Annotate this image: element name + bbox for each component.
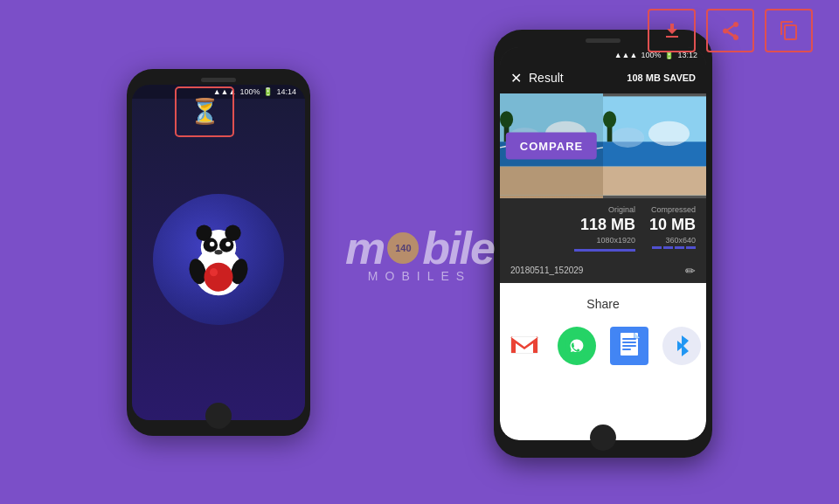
right-signal: ▲▲▲ (614, 51, 638, 59)
svg-rect-35 (622, 349, 631, 350)
compressed-stats: Compressed 10 MB 360x640 (649, 205, 696, 252)
phone-speaker (201, 78, 236, 82)
filename-row: 20180511_152029 ✏ (500, 259, 706, 283)
stats-spacer (510, 205, 574, 252)
left-phone: ▲▲▲ 100% 🔋 14:14 (127, 69, 310, 436)
original-size: 118 MB (580, 216, 635, 234)
download-icon (662, 20, 683, 41)
bar-seg-3 (675, 246, 684, 249)
original-label: Original (608, 205, 635, 214)
close-button[interactable]: ✕ (510, 70, 522, 86)
result-label: Result (529, 71, 564, 85)
original-stats: Original 118 MB 1080x1920 (574, 205, 635, 252)
original-dim: 1080x1920 (596, 236, 635, 245)
watermark-sub: Mobiles (368, 269, 471, 283)
watermark-m: m (345, 222, 384, 274)
saved-label: 108 MB SAVED (627, 72, 696, 83)
svg-point-7 (225, 241, 231, 246)
beach-scene-compressed (603, 93, 706, 198)
bar-seg-4 (686, 246, 696, 249)
compressed-size: 10 MB (649, 216, 696, 234)
filename-text: 20180511_152029 (510, 266, 583, 275)
hourglass-icon: ⏳ (190, 97, 220, 126)
whatsapp-button[interactable] (558, 327, 596, 365)
result-header-left: ✕ Result (510, 70, 564, 86)
image-compare-area: COMPARE (500, 93, 706, 198)
share-icons-row (505, 325, 701, 367)
share-button[interactable] (706, 9, 754, 52)
original-bar (574, 249, 635, 252)
right-phone: ▲▲▲ 100% 🔋 13:12 ✕ Result 108 MB SAVED (494, 30, 712, 458)
bluetooth-button[interactable] (662, 327, 701, 365)
panda-image (170, 211, 267, 307)
svg-point-6 (210, 241, 215, 246)
watermark-rest: bile (422, 222, 494, 274)
compressed-bar (652, 246, 696, 249)
watermark-badge: 140 (387, 232, 419, 264)
bar-seg-2 (663, 246, 673, 249)
gdocs-button[interactable] (610, 327, 648, 365)
gmail-icon (505, 325, 544, 363)
panda-screen (132, 99, 305, 420)
svg-rect-34 (622, 345, 636, 347)
gmail-button[interactable] (505, 325, 544, 367)
svg-rect-22 (603, 166, 706, 195)
panda-circle (153, 194, 284, 325)
right-screen: ▲▲▲ 100% 🔋 13:12 ✕ Result 108 MB SAVED (500, 47, 706, 440)
gdocs-icon (617, 331, 641, 361)
svg-point-12 (210, 268, 218, 276)
svg-point-26 (603, 111, 616, 128)
right-phone-home[interactable] (590, 425, 616, 451)
compressed-dim: 360x640 (665, 236, 696, 245)
stats-gap (635, 205, 649, 252)
bar-seg-1 (652, 246, 662, 249)
right-phone-speaker (586, 38, 621, 43)
whatsapp-icon (565, 334, 589, 358)
compare-button[interactable]: COMPARE (506, 132, 597, 159)
svg-point-11 (205, 262, 233, 291)
result-header: ✕ Result 108 MB SAVED (500, 63, 706, 93)
share-title: Share (586, 297, 619, 311)
svg-point-24 (648, 121, 690, 145)
edit-button[interactable]: ✏ (685, 264, 696, 278)
share-panel: Share (500, 283, 706, 440)
hourglass-button[interactable]: ⏳ (175, 86, 234, 137)
copy-button[interactable] (765, 9, 813, 52)
watermark: m 140 bile Mobiles (345, 222, 494, 283)
compressed-image (603, 93, 706, 198)
battery-icon: 🔋 (263, 87, 273, 96)
svg-rect-15 (500, 166, 603, 195)
main-container: m 140 bile Mobiles ▲▲▲ (0, 0, 839, 504)
phone-home-button[interactable] (205, 403, 232, 429)
bluetooth-icon (671, 334, 692, 358)
copy-icon (779, 20, 800, 41)
stats-area: Original 118 MB 1080x1920 Compressed 10 … (500, 198, 706, 259)
share-icon (720, 20, 741, 41)
svg-point-8 (214, 250, 222, 255)
svg-point-23 (611, 128, 644, 148)
compressed-label: Compressed (651, 205, 696, 214)
top-icons-group (648, 9, 813, 52)
svg-rect-33 (622, 342, 636, 343)
svg-point-19 (500, 111, 513, 128)
time-display: 14:14 (276, 87, 296, 96)
download-button[interactable] (648, 9, 696, 52)
battery-status: 100% (239, 87, 260, 96)
